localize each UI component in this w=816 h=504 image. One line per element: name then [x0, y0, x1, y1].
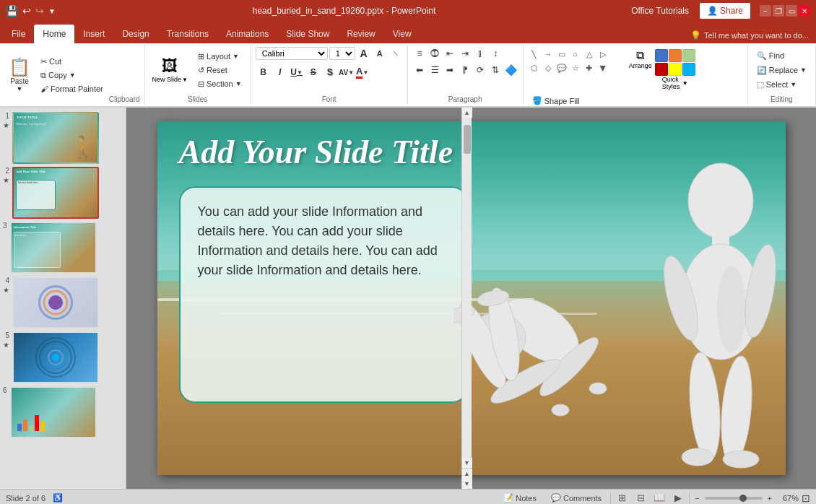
tab-view[interactable]: View — [384, 25, 420, 43]
share-button[interactable]: 👤 Share — [699, 2, 751, 19]
maximize-button[interactable]: ▭ — [786, 5, 797, 17]
slide-preview-6[interactable] — [10, 386, 97, 438]
tab-slideshow[interactable]: Slide Show — [277, 25, 338, 43]
close-button[interactable]: ✕ — [799, 5, 810, 17]
align-center-button[interactable]: ☰ — [427, 63, 442, 77]
justify-button[interactable]: ⁋ — [458, 63, 472, 77]
text-direction-button[interactable]: ⟳ — [473, 63, 487, 77]
columns-button[interactable]: ⫿ — [473, 46, 487, 61]
slide-preview-2[interactable]: Add Your Slide Title Info and details he… — [12, 167, 99, 219]
slide-preview-3[interactable]: Information Title info details... — [10, 222, 97, 274]
shape-pentagon[interactable]: ⬠ — [528, 61, 541, 74]
font-size-select[interactable]: 18 — [329, 47, 355, 60]
align-text-button[interactable]: ⇅ — [488, 63, 503, 77]
shapes-more[interactable]: ▼ — [596, 61, 609, 74]
accessibility-button[interactable]: ♿ — [48, 492, 67, 504]
increase-font-button[interactable]: A — [357, 46, 371, 61]
office-tutorials-button[interactable]: Office Tutorials — [624, 3, 696, 19]
scroll-down-arrow[interactable]: ▼ — [462, 458, 472, 468]
numbering-button[interactable]: ⓵ — [427, 46, 442, 61]
tab-review[interactable]: Review — [338, 25, 383, 43]
normal-view-button[interactable]: ⊞ — [614, 492, 630, 505]
align-left-button[interactable]: ⬅ — [412, 63, 427, 77]
tab-animations[interactable]: Animations — [217, 25, 277, 43]
slide-preview-5[interactable] — [12, 331, 99, 383]
line-spacing-button[interactable]: ↕ — [488, 46, 503, 61]
slide-thumb-6[interactable]: 6 — [3, 386, 123, 438]
format-painter-button[interactable]: 🖌 Format Painter — [36, 83, 108, 95]
fit-slide-button[interactable]: ⊡ — [802, 492, 810, 504]
zoom-thumb[interactable] — [739, 495, 747, 502]
scroll-thumb[interactable] — [464, 125, 471, 154]
shadow-button[interactable]: S — [322, 64, 338, 80]
slide-thumb-2[interactable]: 2 ★ Add Your Slide Title Info and detail… — [3, 167, 123, 219]
bullets-button[interactable]: ≡ — [412, 46, 427, 61]
new-slide-button[interactable]: 🖼 New Slide ▼ — [149, 56, 191, 84]
shape-fill-button[interactable]: 🪣 Shape Fill — [528, 95, 607, 107]
qs-swatch-6[interactable] — [682, 63, 695, 76]
scroll-track[interactable] — [462, 118, 472, 458]
scroll-up-arrow[interactable]: ▲ — [462, 108, 472, 118]
comments-button[interactable]: 💬 Comments — [545, 492, 607, 504]
shape-arrow-line[interactable]: → — [542, 48, 555, 61]
restore-button[interactable]: ❐ — [773, 5, 784, 17]
undo-icon[interactable]: ↩ — [22, 5, 31, 17]
qs-swatch-2[interactable] — [669, 49, 682, 62]
reset-button[interactable]: ↺ Reset — [194, 64, 246, 77]
tab-file[interactable]: File — [3, 25, 34, 43]
zoom-in-button[interactable]: + — [765, 494, 774, 503]
slide-thumb-1[interactable]: 1 ★ YOUR TITLE What Are You Ignoring? 🚶 — [3, 112, 123, 164]
clear-format-button[interactable]: ⟍ — [389, 46, 403, 61]
bold-button[interactable]: B — [256, 64, 272, 80]
reading-view-button[interactable]: 📖 — [651, 492, 667, 505]
shape-rect[interactable]: ▭ — [555, 48, 568, 61]
select-button[interactable]: ⬚ Select ▼ — [752, 79, 802, 91]
italic-button[interactable]: I — [272, 64, 288, 80]
quick-styles-button[interactable]: Quick Styles ▼ — [659, 48, 691, 92]
align-right-button[interactable]: ➡ — [443, 63, 457, 77]
arrange-button[interactable]: ⧉ Arrange — [625, 48, 656, 71]
strikethrough-button[interactable]: S — [305, 64, 321, 80]
decrease-indent-button[interactable]: ⇤ — [443, 46, 457, 61]
scroll-bottom-arrow-2[interactable]: ▼ — [462, 479, 472, 489]
font-name-select[interactable]: Calibri — [256, 47, 328, 60]
minimize-button[interactable]: − — [760, 5, 771, 17]
slide-thumb-4[interactable]: 4 ★ — [3, 277, 123, 329]
qs-swatch-1[interactable] — [655, 49, 668, 62]
redo-icon[interactable]: ↪ — [35, 5, 44, 17]
char-spacing-button[interactable]: AV ▼ — [339, 64, 355, 80]
paste-button[interactable]: 📋 Paste ▼ — [4, 54, 35, 95]
qs-swatch-5[interactable] — [669, 63, 682, 76]
tab-insert[interactable]: Insert — [74, 25, 113, 43]
slide-preview-4[interactable] — [12, 277, 99, 329]
customize-qat-icon[interactable]: ▼ — [48, 7, 56, 15]
shape-triangle[interactable]: △ — [583, 48, 596, 61]
slide-preview-1[interactable]: YOUR TITLE What Are You Ignoring? 🚶 — [12, 112, 99, 164]
shape-cross[interactable]: ✚ — [583, 61, 596, 74]
tab-home[interactable]: Home — [34, 25, 74, 43]
shape-circle[interactable]: ○ — [569, 48, 582, 61]
replace-button[interactable]: 🔄 Replace ▼ — [752, 64, 811, 77]
save-icon[interactable]: 💾 — [6, 5, 18, 17]
tab-transitions[interactable]: Transitions — [158, 25, 217, 43]
vertical-scrollbar[interactable]: ▲ ▼ ▲ ▼ — [461, 108, 472, 489]
zoom-out-button[interactable]: − — [693, 494, 701, 503]
underline-button[interactable]: U ▼ — [289, 64, 305, 80]
slide-show-button[interactable]: ▶ — [670, 492, 686, 505]
decrease-font-button[interactable]: A — [373, 46, 387, 61]
scroll-bottom-arrow-1[interactable]: ▲ — [462, 469, 472, 479]
section-button[interactable]: ⊟ Section ▼ — [194, 78, 246, 90]
increase-indent-button[interactable]: ⇥ — [458, 46, 472, 61]
slide-title[interactable]: Add Your Slide Title — [179, 134, 555, 171]
cut-button[interactable]: ✂ Cut — [36, 56, 108, 68]
tab-design[interactable]: Design — [113, 25, 157, 43]
slide-sorter-button[interactable]: ⊟ — [633, 492, 648, 505]
slide-textbox[interactable]: You can add your slide Information and d… — [179, 186, 468, 403]
slide-thumb-3[interactable]: 3 Information Title info details... — [3, 222, 123, 274]
tell-me-bar[interactable]: 💡 Tell me what you want to do... — [683, 27, 816, 43]
zoom-slider[interactable] — [705, 497, 763, 500]
font-color-button[interactable]: A ▼ — [355, 65, 370, 79]
shape-diamond[interactable]: ◇ — [542, 61, 555, 74]
shape-arrow-right[interactable]: ▷ — [596, 48, 609, 61]
shape-callout[interactable]: 💬 — [555, 61, 568, 74]
